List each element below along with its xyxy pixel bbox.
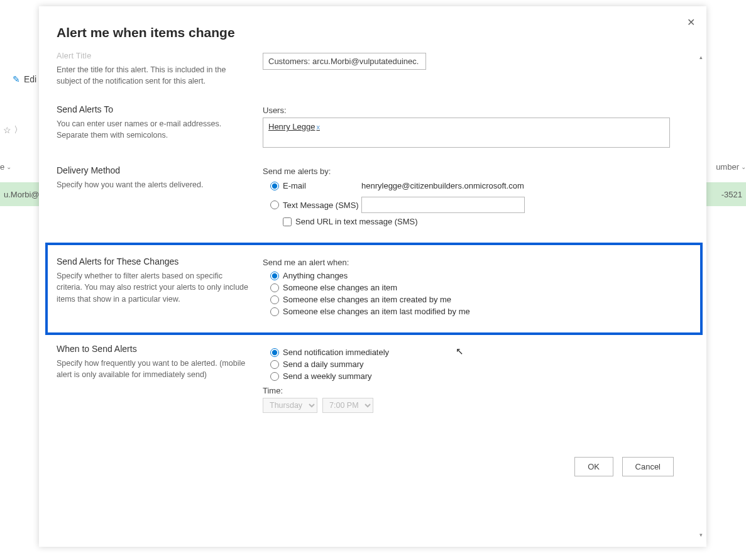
chevron-right-icon: 〉 [14,124,23,136]
cancel-button[interactable]: Cancel [622,457,674,476]
radio-modified-by-me-label: Someone else changes an item last modifi… [283,307,470,316]
section-delivery: Delivery Method Specify how you want the… [57,159,691,240]
radio-weekly-input[interactable] [270,372,279,381]
column-header-fragment-left: e ⌄ [0,162,11,172]
send-when-label: Send me an alert when: [263,258,685,267]
delivery-desc: Specify how you want the alerts delivere… [57,179,250,190]
radio-anything-changes[interactable]: Anything changes [270,271,685,280]
day-select[interactable]: Thursday [263,398,317,413]
radio-email-input[interactable] [270,182,279,190]
background-toolbar: ✎ Edi [0,74,36,84]
radio-email-label: E-mail [283,181,306,190]
alert-title-input[interactable] [263,53,426,70]
checkbox-send-url-label: Send URL in text message (SMS) [295,217,418,226]
delivery-heading: Delivery Method [57,165,250,175]
send-to-heading: Send Alerts To [57,104,250,114]
row-email-fragment: u.Morbi@ [4,190,40,199]
send-by-label: Send me alerts by: [263,167,685,176]
users-label: Users: [263,106,685,115]
time-label: Time: [263,386,685,395]
section-changes: Send Alerts for These Changes Specify wh… [57,256,691,319]
when-heading: When to Send Alerts [57,344,250,354]
radio-created-by-me[interactable]: Someone else changes an item created by … [270,295,685,304]
when-desc: Specify how frequently you want to be al… [57,358,250,380]
radio-weekly[interactable]: Send a weekly summary [270,371,685,381]
edit-label: Edi [24,74,36,84]
edit-icon: ✎ [13,74,20,84]
radio-sms-label: Text Message (SMS) [283,200,359,210]
changes-desc: Specify whether to filter alerts based o… [57,270,250,304]
checkbox-send-url-input[interactable] [283,217,292,226]
radio-someone-else-label: Someone else changes an item [283,283,397,292]
sms-number-input[interactable] [361,197,525,213]
alert-title-desc: Enter the title for this alert. This is … [57,64,250,87]
alert-settings-dialog: ✕ Alert me when items change Alert Title… [39,6,706,547]
radio-sms[interactable]: Text Message (SMS) [270,200,361,210]
radio-modified-by-me-input[interactable] [270,307,279,316]
radio-immediately-input[interactable] [270,348,279,357]
close-icon[interactable]: ✕ [687,18,695,28]
radio-modified-by-me[interactable]: Someone else changes an item last modifi… [270,307,685,316]
radio-anything-input[interactable] [270,272,279,280]
radio-created-by-me-input[interactable] [270,295,279,304]
radio-sms-input[interactable] [270,200,279,209]
send-to-desc: You can enter user names or e-mail addre… [57,118,250,141]
radio-someone-else-input[interactable] [270,283,279,292]
checkbox-send-url[interactable]: Send URL in text message (SMS) [263,217,685,226]
star-icon: ☆ [3,125,11,135]
changes-heading: Send Alerts for These Changes [57,256,250,266]
radio-email[interactable]: E-mail [270,181,361,190]
radio-anything-label: Anything changes [283,271,348,280]
alert-title-heading: Alert Title [57,52,250,60]
modal-body: Alert Title Enter the title for this ale… [39,52,706,547]
modal-header: Alert me when items change [39,6,706,52]
scroll-down-icon[interactable]: ▾ [698,532,704,538]
section-when: When to Send Alerts Specify how frequent… [57,339,691,424]
radio-immediately[interactable]: Send notification immediately [270,348,685,357]
col-e-text: e [0,162,4,172]
user-chip[interactable]: Henry Leggex [268,122,320,131]
users-input[interactable]: Henry Leggex [263,118,670,148]
background-breadcrumb: ☆ 〉 [0,124,23,136]
radio-immediately-label: Send notification immediately [283,348,389,357]
radio-created-by-me-label: Someone else changes an item created by … [283,295,451,304]
column-header-fragment-right: umber ⌄ [716,162,746,172]
radio-weekly-label: Send a weekly summary [283,371,372,381]
section-send-to: Send Alerts To You can enter user names … [57,98,691,159]
scroll-up-icon[interactable]: ▴ [698,54,704,60]
highlight-box-changes: Send Alerts for These Changes Specify wh… [45,243,703,335]
modal-footer: OK Cancel [57,457,691,491]
ok-button[interactable]: OK [574,457,613,476]
user-chip-name: Henry Legge [268,122,315,131]
radio-daily-input[interactable] [270,360,279,369]
email-address-value: henrylegge@citizenbuilders.onmicrosoft.c… [361,181,685,190]
chevron-down-icon: ⌄ [6,163,11,170]
radio-daily[interactable]: Send a daily summary [270,360,685,369]
row-number-fragment: -3521 [721,190,742,199]
col-number-text: umber [716,162,739,172]
section-alert-title: Alert Title Enter the title for this ale… [57,52,691,98]
remove-user-icon[interactable]: x [316,123,320,131]
radio-daily-label: Send a daily summary [283,360,364,369]
chevron-down-icon: ⌄ [741,163,746,170]
modal-title: Alert me when items change [57,25,689,40]
radio-someone-else-changes[interactable]: Someone else changes an item [270,283,685,292]
time-select[interactable]: 7:00 PM [322,398,373,413]
